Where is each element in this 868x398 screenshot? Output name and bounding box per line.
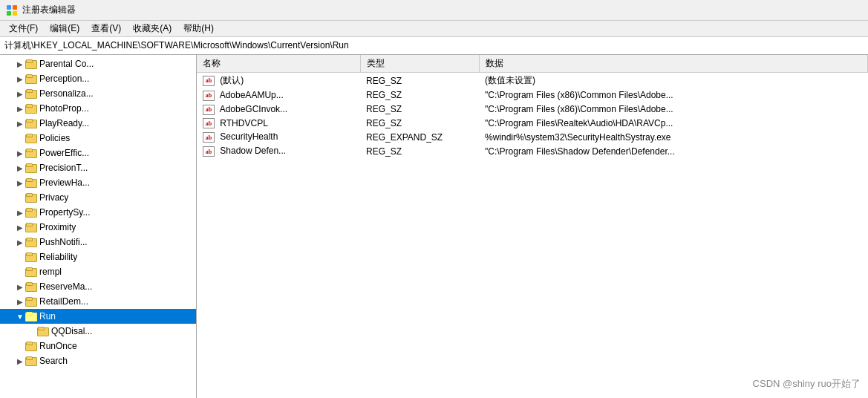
tree-item-label: Parental Co... xyxy=(39,59,94,69)
title-bar: 注册表编辑器 xyxy=(0,0,868,21)
menu-edit[interactable]: 编辑(E) xyxy=(44,21,85,36)
svg-rect-2 xyxy=(7,11,11,16)
registry-name: AdobeGCInvok... xyxy=(220,104,287,114)
folder-icon xyxy=(25,133,37,143)
cell-data: (数值未设置) xyxy=(479,73,868,89)
menu-favorites[interactable]: 收藏夹(A) xyxy=(127,21,177,36)
folder-icon xyxy=(25,207,37,218)
tree-item-label: PreviewHa... xyxy=(39,177,90,188)
folder-icon xyxy=(25,177,37,188)
menu-help[interactable]: 帮助(H) xyxy=(177,21,220,36)
expand-arrow xyxy=(15,75,25,83)
main-area: Parental Co... Perception... Personaliza… xyxy=(0,55,868,398)
tree-item-privacy[interactable]: Privacy xyxy=(0,190,196,205)
tree-item-perception[interactable]: Perception... xyxy=(0,71,196,86)
table-row[interactable]: ab Shadow Defen... REG_SZ "C:\Program Fi… xyxy=(197,144,868,158)
tree-item-qqdisable[interactable]: QQDisal... xyxy=(0,324,196,339)
tree-item-precisiont[interactable]: PrecisionT... xyxy=(0,160,196,175)
tree-item-powereffic[interactable]: PowerEffic... xyxy=(0,146,196,160)
table-row[interactable]: ab AdobeGCInvok... REG_SZ "C:\Program Fi… xyxy=(197,102,868,117)
tree-item-label: PrecisionT... xyxy=(39,163,88,173)
table-row[interactable]: ab AdobeAAMUp... REG_SZ "C:\Program File… xyxy=(197,88,868,102)
folder-icon xyxy=(25,267,37,277)
svg-rect-3 xyxy=(13,11,17,16)
registry-value-icon: ab xyxy=(203,118,215,128)
tree-item-parental[interactable]: Parental Co... xyxy=(0,56,196,71)
cell-data: "C:\Program Files (x86)\Common Files\Ado… xyxy=(479,88,868,102)
tree-item-reservema[interactable]: ReserveMa... xyxy=(0,279,196,294)
tree-item-label: Run xyxy=(39,311,56,322)
folder-icon xyxy=(25,356,37,366)
cell-data: "C:\Program Files\Realtek\Audio\HDA\RAVC… xyxy=(479,117,868,131)
cell-type: REG_SZ xyxy=(360,144,479,158)
folder-icon xyxy=(25,237,37,247)
registry-name: Shadow Defen... xyxy=(220,146,286,156)
registry-value-icon: ab xyxy=(203,76,215,86)
tree-item-propertysy[interactable]: PropertySy... xyxy=(0,205,196,220)
cell-type: REG_SZ xyxy=(360,73,479,89)
tree-item-label: ReserveMa... xyxy=(39,281,92,292)
tree-item-photoprop[interactable]: PhotoProp... xyxy=(0,101,196,116)
folder-icon xyxy=(25,59,37,69)
registry-panel[interactable]: 名称 类型 数据 ab (默认) REG_SZ (数值未设置) ab xyxy=(197,55,868,398)
tree-item-label: Privacy xyxy=(39,192,68,203)
tree-item-search[interactable]: Search xyxy=(0,353,196,368)
tree-item-label: Personaliza... xyxy=(39,88,94,99)
expand-arrow xyxy=(15,164,25,172)
app-title: 注册表编辑器 xyxy=(22,4,76,16)
expand-arrow xyxy=(15,105,25,113)
tree-item-runonce[interactable]: RunOnce xyxy=(0,339,196,353)
tree-item-personaliza[interactable]: Personaliza... xyxy=(0,86,196,101)
folder-icon xyxy=(37,326,49,336)
col-type[interactable]: 类型 xyxy=(360,55,479,73)
tree-item-reliability[interactable]: Reliability xyxy=(0,249,196,264)
folder-icon xyxy=(25,148,37,158)
folder-icon xyxy=(25,192,37,203)
registry-value-icon: ab xyxy=(203,146,215,157)
table-row[interactable]: ab SecurityHealth REG_EXPAND_SZ %windir%… xyxy=(197,130,868,144)
tree-item-policies[interactable]: Policies xyxy=(0,131,196,146)
tree-item-label: PropertySy... xyxy=(39,207,90,218)
tree-item-label: Search xyxy=(39,356,68,366)
tree-item-retaildem[interactable]: RetailDem... xyxy=(0,294,196,309)
expand-arrow xyxy=(15,224,25,232)
menu-file[interactable]: 文件(F) xyxy=(3,21,44,36)
expand-arrow xyxy=(15,90,25,98)
cell-type: REG_SZ xyxy=(360,88,479,102)
tree-item-proximity[interactable]: Proximity xyxy=(0,220,196,235)
address-bar: 计算机\HKEY_LOCAL_MACHINE\SOFTWARE\Microsof… xyxy=(0,37,868,55)
tree-item-label: Proximity xyxy=(39,222,76,232)
tree-scroll[interactable]: Parental Co... Perception... Personaliza… xyxy=(0,56,196,398)
expand-arrow xyxy=(15,120,25,128)
col-data[interactable]: 数据 xyxy=(479,55,868,73)
expand-arrow xyxy=(15,298,25,306)
registry-value-icon: ab xyxy=(203,91,215,101)
cell-data: "C:\Program Files\Shadow Defender\Defend… xyxy=(479,144,868,158)
expand-arrow xyxy=(15,283,25,291)
tree-item-playready[interactable]: PlayReady... xyxy=(0,116,196,131)
tree-item-pushnotifi[interactable]: PushNotifi... xyxy=(0,235,196,249)
expand-arrow xyxy=(15,209,25,217)
tree-item-label: PlayReady... xyxy=(39,118,89,128)
tree-item-run[interactable]: Run xyxy=(0,309,196,324)
app-icon xyxy=(6,4,18,16)
tree-item-label: Policies xyxy=(39,133,70,143)
tree-item-label: QQDisal... xyxy=(51,326,92,336)
folder-icon xyxy=(25,222,37,232)
tree-item-label: Perception... xyxy=(39,74,89,84)
col-name[interactable]: 名称 xyxy=(197,55,360,73)
table-row[interactable]: ab (默认) REG_SZ (数值未设置) xyxy=(197,73,868,89)
cell-data: %windir%\system32\SecurityHealthSystray.… xyxy=(479,130,868,144)
cell-name: ab Shadow Defen... xyxy=(197,144,360,158)
tree-item-label: PowerEffic... xyxy=(39,148,89,158)
cell-type: REG_SZ xyxy=(360,102,479,117)
menu-view[interactable]: 查看(V) xyxy=(85,21,127,36)
tree-item-previewha[interactable]: PreviewHa... xyxy=(0,175,196,190)
cell-type: REG_EXPAND_SZ xyxy=(360,130,479,144)
expand-arrow xyxy=(15,357,25,365)
table-row[interactable]: ab RTHDVCPL REG_SZ "C:\Program Files\Rea… xyxy=(197,117,868,131)
expand-arrow xyxy=(15,179,25,187)
registry-name: AdobeAAMUp... xyxy=(220,90,284,100)
tree-item-rempl[interactable]: rempl xyxy=(0,264,196,279)
folder-icon xyxy=(25,311,37,322)
